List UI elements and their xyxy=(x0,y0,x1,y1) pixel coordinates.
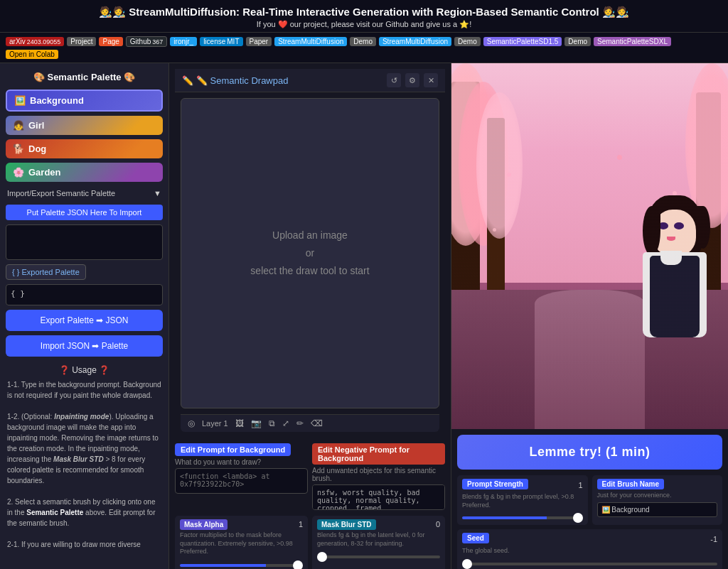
palette-item-background[interactable]: 🖼️ Background xyxy=(6,90,163,112)
colab-badge[interactable]: Open in Colab xyxy=(6,50,58,59)
mask-alpha-section: Mask Alpha 1 Factor multiplied to the ma… xyxy=(175,516,308,569)
mask-blur-label[interactable]: Mask Blur STD xyxy=(317,519,376,530)
paper-badge[interactable]: Paper xyxy=(246,37,272,46)
layer-icon: ◎ xyxy=(188,418,195,428)
mask-blur-header: Mask Blur STD 0 xyxy=(317,519,440,530)
prompt-strength-value: 1 xyxy=(578,481,582,489)
neg-prompt-label[interactable]: Edit Negative Prompt for Background xyxy=(312,443,445,465)
exported-palette-button[interactable]: { } Exported Palette xyxy=(6,264,86,280)
usage-section: ❓ Usage ❓ 1-1. Type in the background pr… xyxy=(6,361,163,554)
arxiv-badge[interactable]: arXiv 2403.09055 xyxy=(6,37,64,46)
brush-name-input[interactable] xyxy=(597,502,718,517)
json-display: { } xyxy=(6,284,163,305)
seed-desc: The global seed. xyxy=(462,547,717,556)
right-prompts: Prompt Strength 1 Blends fg & bg in the … xyxy=(451,475,728,569)
usage-text-3: 2. Select a semantic brush by clicking o… xyxy=(7,497,161,529)
right-panel: Lemme try! (1 min) Prompt Strength 1 Ble… xyxy=(451,63,728,569)
prompt-strength-slider[interactable] xyxy=(462,516,583,519)
drawpad-controls: ↺ ⚙ ✕ xyxy=(387,73,438,87)
image-icon[interactable]: 🖼 xyxy=(235,418,244,428)
seed-value: -1 xyxy=(710,535,717,543)
palette-item-dog[interactable]: 🐕 Dog xyxy=(6,139,163,158)
mask-blur-desc: Blends fg & bg in the latent level, 0 fo… xyxy=(317,531,440,548)
generated-image xyxy=(451,63,728,429)
drawpad-header: ✏️ ✏️ Semantic Drawpad ↺ ⚙ ✕ xyxy=(175,69,445,92)
import-json-button[interactable]: Import JSON ➡ Palette xyxy=(6,335,163,357)
seed-label[interactable]: Seed xyxy=(462,533,489,543)
palette-title: 🎨 Semantic Palette 🎨 xyxy=(6,69,163,85)
brush-name-box: Edit Brush Name Just for your convenienc… xyxy=(592,475,723,525)
mask-blur-section: Mask Blur STD 0 Blends fg & bg in the la… xyxy=(312,516,445,569)
mask-alpha-value: 1 xyxy=(299,520,303,529)
settings-icon[interactable]: ⚙ xyxy=(405,73,419,87)
twitter-badge[interactable]: ironjr_ xyxy=(170,37,197,46)
edit-prompt-section: Edit Prompt for Background What do you w… xyxy=(175,443,308,512)
import-export-header[interactable]: Import/Export Semantic Palette ▼ xyxy=(6,186,163,200)
seed-header: Seed -1 xyxy=(462,533,717,546)
prompt-strength-label[interactable]: Prompt Strength xyxy=(462,479,528,489)
page-title: 🧑‍🎨🧑‍🎨 StreamMultiDiffusion: Real-Time I… xyxy=(3,6,725,18)
export-json-button[interactable]: Export Palette ➡ JSON xyxy=(6,310,163,331)
right-prompt-row-1: Prompt Strength 1 Blends fg & bg in the … xyxy=(457,475,722,525)
mask-alpha-slider[interactable] xyxy=(180,564,303,567)
pen-icon[interactable]: ✏ xyxy=(296,418,304,428)
usage-title: ❓ Usage ❓ xyxy=(7,365,161,375)
copy-icon[interactable]: ⧉ xyxy=(269,418,275,428)
demo-label2: Demo xyxy=(454,37,481,46)
neg-prompt-input[interactable]: nsfw, worst quality, bad quality, normal… xyxy=(312,484,445,510)
prompt-sub: What do you want to draw? xyxy=(175,458,308,466)
brush-name-label[interactable]: Edit Brush Name xyxy=(597,479,665,489)
drawpad-title: ✏️ ✏️ Semantic Drawpad xyxy=(182,75,288,86)
import-palette-button[interactable]: Put Palette JSON Here To Import xyxy=(6,205,163,220)
eraser-icon[interactable]: ⌫ xyxy=(311,418,323,428)
mask-alpha-desc: Factor multiplied to the mask before qua… xyxy=(180,531,303,556)
right-prompt-row-2: Seed -1 The global seed. xyxy=(457,529,722,569)
camera-icon[interactable]: 📷 xyxy=(251,418,262,428)
canvas-area[interactable]: Upload an image or select the draw tool … xyxy=(181,98,439,408)
neg-prompt-section: Edit Negative Prompt for Background Add … xyxy=(312,443,445,512)
github-badge[interactable]: Github 367 xyxy=(126,36,168,47)
license-badge[interactable]: license MIT xyxy=(200,37,242,46)
usage-text: 1-1. Type in the background prompt. Back… xyxy=(7,379,161,550)
mask-blur-value: 0 xyxy=(436,520,440,529)
prompt-strength-box: Prompt Strength 1 Blends fg & bg in the … xyxy=(457,475,588,525)
neg-prompt-sub: Add unwanted objects for this semantic b… xyxy=(312,467,445,482)
project-badge[interactable]: Project xyxy=(67,37,96,46)
refresh-icon[interactable]: ↺ xyxy=(387,73,401,87)
try-button[interactable]: Lemme try! (1 min) xyxy=(457,435,722,470)
seed-slider[interactable] xyxy=(462,563,717,565)
sidebar: 🎨 Semantic Palette 🎨 🖼️ Background 👧 Gir… xyxy=(0,63,169,569)
seed-box: Seed -1 The global seed. xyxy=(457,529,722,569)
mask-alpha-header: Mask Alpha 1 xyxy=(180,519,303,530)
mask-alpha-label[interactable]: Mask Alpha xyxy=(180,519,228,530)
transform-icon[interactable]: ⤢ xyxy=(282,418,289,428)
canvas-placeholder: Upload an image or select the draw tool … xyxy=(250,227,369,281)
usage-text-2: 1-2. (Optional: Inpainting mode). Upload… xyxy=(7,411,161,486)
main-layout: 🎨 Semantic Palette 🎨 🖼️ Background 👧 Gir… xyxy=(0,63,728,569)
header-subtitle: If you ❤️ our project, please visit our … xyxy=(3,20,725,29)
demo-label3: Demo xyxy=(564,37,591,46)
demo4-badge[interactable]: SemanticPaletteSDXL xyxy=(594,37,671,46)
prompt-input[interactable] xyxy=(175,468,308,494)
prompt-strength-header: Prompt Strength 1 xyxy=(462,479,583,492)
exported-palette-section: { } Exported Palette xyxy=(6,264,163,280)
json-import-textarea[interactable] xyxy=(6,224,163,260)
demo3-badge[interactable]: SemanticPaletteSD1.5 xyxy=(483,37,562,46)
navbar: arXiv 2403.09055 Project Page Github 367… xyxy=(0,33,728,63)
palette-item-garden[interactable]: 🌸 Garden xyxy=(6,163,163,182)
brush-name-desc: Just for your convenience. xyxy=(597,492,718,500)
mask-blur-slider[interactable] xyxy=(317,556,440,558)
demo1-badge[interactable]: StreamMultiDiffusion xyxy=(274,37,347,46)
center-panel: ✏️ ✏️ Semantic Drawpad ↺ ⚙ ✕ Upload an i… xyxy=(169,63,451,569)
page-badge[interactable]: Page xyxy=(99,37,122,46)
prompt-strength-desc: Blends fg & bg in the prompt level, >0.8… xyxy=(462,493,583,509)
edit-prompt-label[interactable]: Edit Prompt for Background xyxy=(175,443,291,456)
canvas-footer: ◎ Layer 1 🖼 📷 ⧉ ⤢ ✏ ⌫ xyxy=(181,414,439,432)
demo-label: Demo xyxy=(350,37,376,46)
demo2-badge[interactable]: StreamMultiDiffusion xyxy=(379,37,451,46)
close-icon[interactable]: ✕ xyxy=(424,73,438,87)
palette-item-girl[interactable]: 👧 Girl xyxy=(6,116,163,135)
header: 🧑‍🎨🧑‍🎨 StreamMultiDiffusion: Real-Time I… xyxy=(0,0,728,33)
